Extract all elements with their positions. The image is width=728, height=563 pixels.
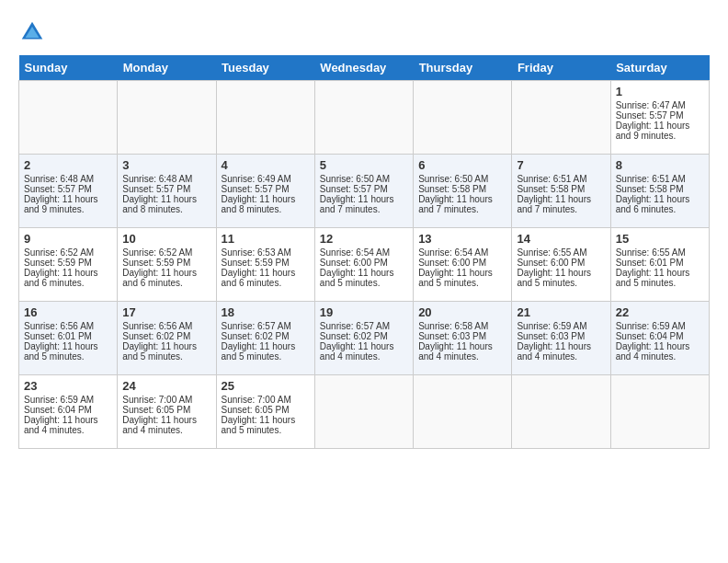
col-monday: Monday — [118, 55, 216, 81]
day-number: 15 — [616, 232, 704, 246]
table-row: 14Sunrise: 6:55 AMSunset: 6:00 PMDayligh… — [512, 228, 610, 302]
day-info: Daylight: 11 hours — [418, 194, 506, 204]
day-info: Sunset: 5:59 PM — [222, 258, 310, 268]
day-info: Sunrise: 6:55 AM — [517, 247, 605, 258]
day-info: Daylight: 11 hours — [616, 194, 704, 204]
day-info: Sunrise: 6:50 AM — [418, 174, 506, 184]
day-info: Sunrise: 6:59 AM — [517, 321, 605, 331]
day-info: Daylight: 11 hours — [222, 194, 310, 204]
day-info: and 6 minutes. — [24, 278, 112, 288]
day-number: 13 — [418, 232, 506, 246]
day-info: Sunset: 6:02 PM — [320, 331, 408, 341]
day-info: and 7 minutes. — [320, 204, 408, 214]
day-number: 10 — [122, 232, 210, 246]
day-number: 5 — [320, 158, 408, 172]
col-wednesday: Wednesday — [314, 55, 413, 81]
day-info: and 9 minutes. — [24, 204, 112, 214]
day-info: Daylight: 11 hours — [122, 415, 210, 425]
day-number: 6 — [418, 158, 506, 172]
day-info: Daylight: 11 hours — [320, 194, 408, 204]
day-info: Sunset: 6:03 PM — [418, 331, 506, 341]
day-info: Daylight: 11 hours — [616, 268, 704, 278]
day-info: Sunset: 6:05 PM — [222, 405, 310, 415]
table-row: 17Sunrise: 6:56 AMSunset: 6:02 PMDayligh… — [118, 302, 216, 375]
day-number: 21 — [517, 305, 605, 319]
table-row: 5Sunrise: 6:50 AMSunset: 5:57 PMDaylight… — [314, 155, 413, 228]
day-info: and 6 minutes. — [222, 278, 310, 288]
day-info: Sunrise: 6:58 AM — [418, 321, 506, 331]
calendar-week-row: 23Sunrise: 6:59 AMSunset: 6:04 PMDayligh… — [19, 375, 710, 449]
table-row: 8Sunrise: 6:51 AMSunset: 5:58 PMDaylight… — [610, 155, 709, 228]
table-row: 22Sunrise: 6:59 AMSunset: 6:04 PMDayligh… — [610, 302, 709, 375]
table-row: 20Sunrise: 6:58 AMSunset: 6:03 PMDayligh… — [414, 302, 512, 375]
day-number: 18 — [222, 305, 310, 319]
day-info: and 5 minutes. — [24, 351, 112, 362]
day-info: Daylight: 11 hours — [122, 268, 210, 278]
table-row: 13Sunrise: 6:54 AMSunset: 6:00 PMDayligh… — [414, 228, 512, 302]
day-info: and 5 minutes. — [320, 278, 408, 288]
day-info: Sunrise: 6:51 AM — [517, 174, 605, 184]
table-row: 21Sunrise: 6:59 AMSunset: 6:03 PMDayligh… — [512, 302, 610, 375]
day-info: and 8 minutes. — [122, 204, 210, 214]
day-info: Daylight: 11 hours — [320, 268, 408, 278]
day-info: Daylight: 11 hours — [418, 268, 506, 278]
day-number: 2 — [24, 158, 112, 172]
day-number: 3 — [122, 158, 210, 172]
calendar-table: Sunday Monday Tuesday Wednesday Thursday… — [18, 55, 710, 449]
day-info: Daylight: 11 hours — [24, 194, 112, 204]
table-row: 6Sunrise: 6:50 AMSunset: 5:58 PMDaylight… — [414, 155, 512, 228]
day-info: Daylight: 11 hours — [517, 341, 605, 351]
day-info: Sunset: 5:57 PM — [122, 184, 210, 194]
col-sunday: Sunday — [19, 55, 118, 81]
day-info: Daylight: 11 hours — [517, 194, 605, 204]
day-info: and 4 minutes. — [122, 425, 210, 435]
table-row: 10Sunrise: 6:52 AMSunset: 5:59 PMDayligh… — [118, 228, 216, 302]
day-info: and 8 minutes. — [222, 204, 310, 214]
day-info: Sunrise: 7:00 AM — [222, 395, 310, 405]
day-info: and 4 minutes. — [616, 351, 704, 362]
day-info: and 4 minutes. — [418, 351, 506, 362]
day-number: 17 — [122, 305, 210, 319]
day-info: Sunset: 5:57 PM — [222, 184, 310, 194]
day-info: Sunset: 5:58 PM — [517, 184, 605, 194]
day-number: 1 — [616, 85, 704, 98]
day-info: Sunset: 5:57 PM — [320, 184, 408, 194]
day-info: Sunset: 5:58 PM — [616, 184, 704, 194]
day-info: and 7 minutes. — [418, 204, 506, 214]
day-info: Sunset: 6:05 PM — [122, 405, 210, 415]
day-info: Sunset: 6:04 PM — [24, 405, 112, 415]
day-info: Sunrise: 6:47 AM — [616, 100, 704, 110]
table-row: 1Sunrise: 6:47 AMSunset: 5:57 PMDaylight… — [610, 81, 709, 155]
day-info: Daylight: 11 hours — [222, 268, 310, 278]
day-number: 11 — [222, 232, 310, 246]
day-number: 8 — [616, 158, 704, 172]
table-row: 16Sunrise: 6:56 AMSunset: 6:01 PMDayligh… — [19, 302, 118, 375]
day-info: Sunset: 6:01 PM — [24, 331, 112, 341]
day-info: and 4 minutes. — [517, 351, 605, 362]
day-number: 24 — [122, 379, 210, 393]
col-tuesday: Tuesday — [216, 55, 314, 81]
day-info: Sunrise: 6:59 AM — [24, 395, 112, 405]
table-row: 24Sunrise: 7:00 AMSunset: 6:05 PMDayligh… — [118, 375, 216, 449]
day-info: Sunrise: 6:59 AM — [616, 321, 704, 331]
day-info: Sunset: 5:57 PM — [24, 184, 112, 194]
table-row: 23Sunrise: 6:59 AMSunset: 6:04 PMDayligh… — [19, 375, 118, 449]
day-info: Sunrise: 6:54 AM — [320, 247, 408, 258]
day-info: Daylight: 11 hours — [122, 341, 210, 351]
day-number: 22 — [616, 305, 704, 319]
page-header — [18, 18, 710, 46]
table-row: 12Sunrise: 6:54 AMSunset: 6:00 PMDayligh… — [314, 228, 413, 302]
table-row: 4Sunrise: 6:49 AMSunset: 5:57 PMDaylight… — [216, 155, 314, 228]
day-info: Sunrise: 6:56 AM — [122, 321, 210, 331]
day-info: Sunrise: 6:55 AM — [616, 247, 704, 258]
day-info: and 5 minutes. — [616, 278, 704, 288]
day-info: and 5 minutes. — [418, 278, 506, 288]
day-info: Sunset: 5:57 PM — [616, 110, 704, 121]
day-info: Sunset: 5:58 PM — [418, 184, 506, 194]
day-info: Sunset: 6:04 PM — [616, 331, 704, 341]
day-info: Sunrise: 6:51 AM — [616, 174, 704, 184]
day-info: and 7 minutes. — [517, 204, 605, 214]
day-info: and 5 minutes. — [222, 425, 310, 435]
table-row: 2Sunrise: 6:48 AMSunset: 5:57 PMDaylight… — [19, 155, 118, 228]
table-row: 7Sunrise: 6:51 AMSunset: 5:58 PMDaylight… — [512, 155, 610, 228]
